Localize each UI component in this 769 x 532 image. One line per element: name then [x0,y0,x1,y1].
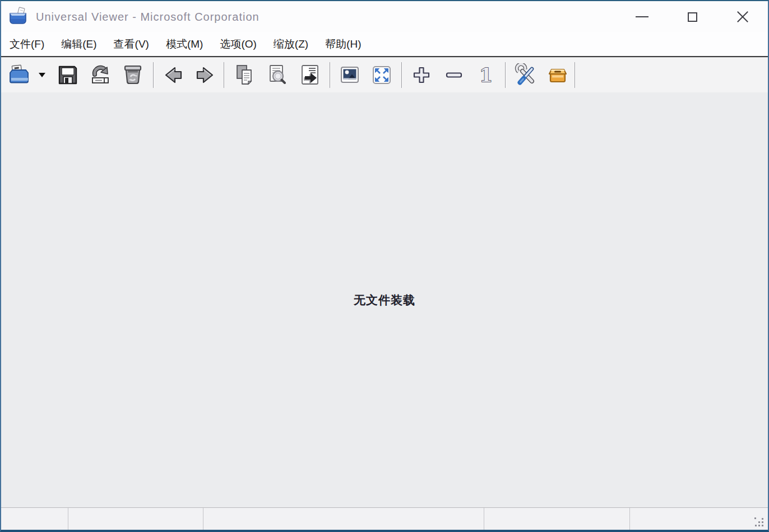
statusbar [1,508,768,530]
image-view-button[interactable] [336,59,364,91]
menu-edit[interactable]: 编辑(E) [53,32,105,56]
empty-state-text: 无文件装载 [354,292,415,308]
menu-mode[interactable]: 模式(M) [157,32,211,56]
status-panel [630,508,768,530]
titlebar: Universal Viewer - Microsoft Corporation [1,1,768,32]
status-panel [68,508,203,530]
app-window: Universal Viewer - Microsoft Corporation… [0,0,769,532]
arrow-right-icon [193,63,217,87]
status-panel [1,508,68,530]
status-panel [203,508,484,530]
resize-grip-icon[interactable] [754,517,765,528]
chevron-down-icon [39,73,45,77]
toolbar-separator [575,62,576,88]
toolbar: 1 [1,58,768,92]
plus-icon [410,63,433,87]
universal-viewer-app-icon [8,6,28,28]
status-panel [484,508,630,530]
image-icon [338,63,362,87]
close-icon [736,10,749,24]
toolbar-separator [505,62,506,88]
toolbar-separator [224,62,225,88]
menu-options[interactable]: 选项(O) [211,32,265,56]
minimize-icon [636,16,648,17]
donate-box-icon [546,63,569,87]
rename-arrow-icon [89,63,112,87]
one-icon: 1 [474,63,498,87]
zoom-out-button[interactable] [440,59,468,91]
find-button[interactable] [263,59,291,91]
minus-icon [442,63,466,87]
tools-icon [515,63,538,87]
trash-icon [121,63,145,87]
zoom-original-button[interactable]: 1 [472,59,500,91]
zoom-in-button[interactable] [407,59,436,91]
maximize-button[interactable] [667,1,717,32]
donate-button[interactable] [544,59,572,91]
viewer-area: 无文件装载 [1,92,768,507]
copy-icon [233,63,257,87]
open-dropdown-button[interactable] [36,59,48,91]
window-title: Universal Viewer - Microsoft Corporation [36,11,260,24]
copy-button[interactable] [231,59,259,91]
options-button[interactable] [512,59,540,91]
goto-icon [298,63,322,87]
svg-text:1: 1 [479,64,493,86]
toolbar-separator [330,62,331,88]
close-button[interactable] [717,1,768,32]
open-folder-icon [8,63,31,87]
floppy-save-icon [56,63,80,87]
menu-zoom[interactable]: 缩放(Z) [265,32,317,56]
menu-file[interactable]: 文件(F) [1,32,53,56]
next-file-button[interactable] [191,59,219,91]
toolbar-separator [401,62,402,88]
fullscreen-icon [370,63,393,87]
open-button[interactable] [6,59,34,91]
menu-view[interactable]: 查看(V) [105,32,157,56]
minimize-button[interactable] [617,1,667,32]
previous-file-button[interactable] [159,59,187,91]
window-controls [617,1,768,32]
maximize-icon [688,12,697,22]
save-as-button[interactable] [54,59,82,91]
fullscreen-button[interactable] [368,59,396,91]
go-to-button[interactable] [296,59,324,91]
find-icon [266,63,289,87]
rename-button[interactable] [86,59,114,91]
arrow-left-icon [161,63,185,87]
toolbar-separator [153,62,154,88]
menu-help[interactable]: 帮助(H) [317,32,369,56]
delete-button[interactable] [119,59,147,91]
menubar: 文件(F) 编辑(E) 查看(V) 模式(M) 选项(O) 缩放(Z) 帮助(H… [1,32,768,56]
